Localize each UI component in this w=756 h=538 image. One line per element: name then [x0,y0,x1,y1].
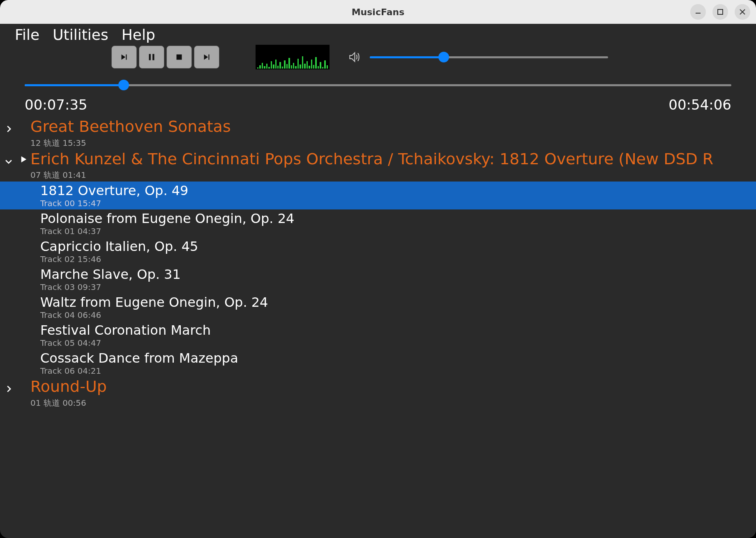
now-playing-icon [20,155,28,163]
transport-controls [111,46,219,69]
visualizer-bar [282,67,283,69]
svg-rect-4 [149,54,151,60]
track-subtitle: Track 06 04:21 [40,366,756,376]
chevron-down-icon [4,157,13,166]
track-title: Cossack Dance from Mazeppa [40,350,756,366]
skip-previous-icon [119,52,129,62]
volume-slider[interactable] [370,53,608,61]
close-button[interactable] [735,4,750,20]
visualizer-bar [307,61,308,69]
album-subtitle: 12 轨道 15:35 [30,138,756,149]
maximize-button[interactable] [712,4,728,20]
track-title: Capriccio Italien, Op. 45 [40,239,756,254]
visualizer-bar [284,60,285,69]
menu-file[interactable]: File [15,26,39,43]
svg-rect-5 [152,54,154,60]
window-controls [690,4,750,20]
track-subtitle: Track 04 06:46 [40,310,756,320]
visualizer-bar [277,66,279,69]
visualizer-bar [264,66,265,69]
track-row[interactable]: Waltz from Eugene Onegin, Op. 24Track 04… [0,293,756,321]
app-window: MusicFans File Utilities Help [0,0,756,538]
visualizer-bar [297,59,299,69]
time-display: 00:07:35 00:54:06 [0,89,756,117]
visualizer-bar [286,64,288,69]
album-subtitle: 01 轨道 00:56 [30,398,756,409]
album-title: Erich Kunzel & The Cincinnati Pops Orche… [30,150,756,168]
album-subtitle: 07 轨道 01:41 [30,170,756,181]
visualizer-bar [291,65,292,69]
chevron-right-icon [4,124,13,133]
maximize-icon [717,8,724,16]
visualizer-bar [322,67,323,69]
album-row[interactable]: Erich Kunzel & The Cincinnati Pops Orche… [0,149,756,182]
titlebar: MusicFans [0,0,756,24]
previous-button[interactable] [111,46,137,69]
pause-button[interactable] [139,46,164,69]
menu-utilities[interactable]: Utilities [53,26,108,43]
track-subtitle: Track 00 15:47 [40,198,756,208]
visualizer-bar [318,66,319,69]
volume-control [348,51,608,64]
album-row[interactable]: Great Beethoven Sonatas12 轨道 15:35 [0,117,756,149]
close-icon [739,8,746,16]
seek-area [0,69,756,89]
stop-button[interactable] [166,46,192,69]
track-title: Marche Slave, Op. 31 [40,267,756,282]
track-subtitle: Track 01 04:37 [40,226,756,236]
visualizer-bar [259,65,260,69]
visualizer-bar [266,64,267,69]
toolbar [0,43,756,69]
visualizer-bar [268,67,270,69]
spectrum-visualizer [256,45,330,69]
track-row[interactable]: Festival Coronation MarchTrack 05 04:47 [0,321,756,349]
next-button[interactable] [194,46,219,69]
minimize-icon [694,8,702,16]
track-subtitle: Track 05 04:47 [40,338,756,348]
visualizer-bar [273,64,274,69]
visualizer-bar [300,64,301,69]
window-title: MusicFans [352,7,405,17]
svg-rect-1 [718,9,723,14]
expand-toggle[interactable] [4,384,13,393]
album-row[interactable]: Round-Up01 轨道 00:56 [0,377,756,409]
elapsed-time: 00:07:35 [25,97,88,113]
album-title: Great Beethoven Sonatas [30,118,756,136]
visualizer-bar [279,62,281,69]
visualizer-bar [302,56,303,69]
track-title: 1812 Overture, Op. 49 [40,183,756,198]
track-row[interactable]: Marche Slave, Op. 31Track 03 09:37 [0,265,756,293]
visualizer-bar [324,60,325,69]
stop-icon [174,52,184,62]
library-tree[interactable]: Great Beethoven Sonatas12 轨道 15:35Erich … [0,117,756,538]
menubar: File Utilities Help [0,24,756,43]
visualizer-bar [262,63,263,69]
track-title: Waltz from Eugene Onegin, Op. 24 [40,294,756,310]
minimize-button[interactable] [690,4,706,20]
menu-help[interactable]: Help [122,26,155,43]
track-subtitle: Track 02 15:46 [40,254,756,264]
seek-slider[interactable] [25,81,731,89]
volume-icon [348,51,361,64]
pause-icon [146,52,157,62]
track-row[interactable]: Capriccio Italien, Op. 45Track 02 15:46 [0,237,756,265]
track-row[interactable]: 1812 Overture, Op. 49Track 00 15:47 [0,182,756,209]
expand-toggle[interactable] [4,124,13,133]
visualizer-bar [275,60,277,69]
skip-next-icon [201,52,212,62]
visualizer-bar [304,64,305,69]
chevron-right-icon [4,384,13,393]
track-row[interactable]: Polonaise from Eugene Onegin, Op. 24Trac… [0,209,756,237]
expand-toggle[interactable] [4,157,13,166]
track-row[interactable]: Cossack Dance from MazeppaTrack 06 04:21 [0,349,756,377]
visualizer-bar [315,57,316,69]
track-subtitle: Track 03 09:37 [40,282,756,292]
visualizer-bar [311,60,312,69]
visualizer-bar [293,63,294,69]
album-title: Round-Up [30,378,756,396]
visualizer-bar [309,66,310,69]
total-time: 00:54:06 [668,97,731,113]
visualizer-bar [320,62,321,69]
visualizer-bar [257,67,258,69]
visualizer-bar [295,66,296,69]
